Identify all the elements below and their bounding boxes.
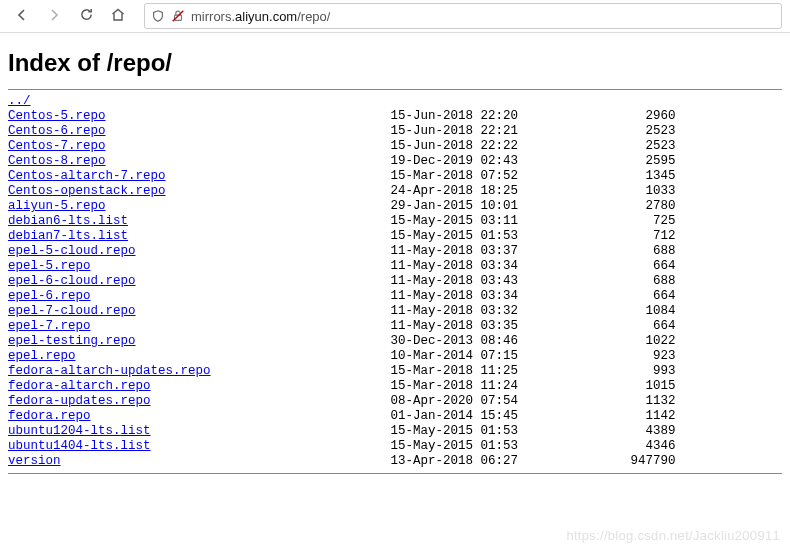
url-bar[interactable]: mirrors.aliyun.com/repo/ xyxy=(144,3,782,29)
file-link[interactable]: epel-testing.repo xyxy=(8,334,136,348)
file-meta: 11-May-2018 03:34 664 xyxy=(91,259,676,273)
file-meta: 24-Apr-2018 18:25 1033 xyxy=(166,184,676,198)
file-link[interactable]: version xyxy=(8,454,61,468)
file-link[interactable]: epel-7-cloud.repo xyxy=(8,304,136,318)
parent-dir-link[interactable]: ../ xyxy=(8,94,31,108)
reload-button[interactable] xyxy=(72,2,100,30)
home-icon xyxy=(110,7,126,26)
file-meta: 15-Jun-2018 22:22 2523 xyxy=(106,139,676,153)
divider-bottom xyxy=(8,473,782,474)
file-meta: 19-Dec-2019 02:43 2595 xyxy=(106,154,676,168)
forward-arrow-icon xyxy=(46,7,62,26)
lock-insecure-icon xyxy=(171,9,185,23)
file-link[interactable]: debian6-lts.list xyxy=(8,214,128,228)
file-link[interactable]: ubuntu1404-lts.list xyxy=(8,439,151,453)
file-link[interactable]: Centos-5.repo xyxy=(8,109,106,123)
file-link[interactable]: fedora-altarch.repo xyxy=(8,379,151,393)
file-meta: 11-May-2018 03:43 688 xyxy=(136,274,676,288)
back-arrow-icon xyxy=(14,7,30,26)
file-link[interactable]: Centos-6.repo xyxy=(8,124,106,138)
file-meta: 10-Mar-2014 07:15 923 xyxy=(76,349,676,363)
file-link[interactable]: fedora.repo xyxy=(8,409,91,423)
file-meta: 15-Jun-2018 22:21 2523 xyxy=(106,124,676,138)
file-link[interactable]: Centos-openstack.repo xyxy=(8,184,166,198)
file-link[interactable]: Centos-7.repo xyxy=(8,139,106,153)
file-link[interactable]: ubuntu1204-lts.list xyxy=(8,424,151,438)
file-meta: 13-Apr-2018 06:27 947790 xyxy=(61,454,676,468)
forward-button[interactable] xyxy=(40,2,68,30)
file-meta: 15-May-2015 01:53 4389 xyxy=(151,424,676,438)
file-link[interactable]: Centos-8.repo xyxy=(8,154,106,168)
file-link[interactable]: aliyun-5.repo xyxy=(8,199,106,213)
file-link[interactable]: epel-7.repo xyxy=(8,319,91,333)
file-link[interactable]: epel-5-cloud.repo xyxy=(8,244,136,258)
file-link[interactable]: Centos-altarch-7.repo xyxy=(8,169,166,183)
file-meta: 15-Mar-2018 11:24 1015 xyxy=(151,379,676,393)
file-meta: 29-Jan-2015 10:01 2780 xyxy=(106,199,676,213)
file-link[interactable]: debian7-lts.list xyxy=(8,229,128,243)
file-meta: 15-Mar-2018 11:25 993 xyxy=(211,364,676,378)
home-button[interactable] xyxy=(104,2,132,30)
file-meta: 01-Jan-2014 15:45 1142 xyxy=(91,409,676,423)
page-title: Index of /repo/ xyxy=(8,49,782,77)
file-link[interactable]: fedora-altarch-updates.repo xyxy=(8,364,211,378)
file-meta: 11-May-2018 03:35 664 xyxy=(91,319,676,333)
file-meta: 11-May-2018 03:32 1084 xyxy=(136,304,676,318)
file-link[interactable]: epel.repo xyxy=(8,349,76,363)
divider-top xyxy=(8,89,782,90)
directory-listing: ../ Centos-5.repo 15-Jun-2018 22:20 2960… xyxy=(8,94,782,469)
file-meta: 15-May-2015 01:53 712 xyxy=(128,229,676,243)
file-meta: 30-Dec-2013 08:46 1022 xyxy=(136,334,676,348)
browser-toolbar: mirrors.aliyun.com/repo/ xyxy=(0,0,790,33)
file-meta: 15-Jun-2018 22:20 2960 xyxy=(106,109,676,123)
file-link[interactable]: epel-6.repo xyxy=(8,289,91,303)
file-meta: 08-Apr-2020 07:54 1132 xyxy=(151,394,676,408)
file-meta: 11-May-2018 03:37 688 xyxy=(136,244,676,258)
page-content: Index of /repo/ ../ Centos-5.repo 15-Jun… xyxy=(0,33,790,488)
shield-icon xyxy=(151,9,165,23)
file-link[interactable]: epel-5.repo xyxy=(8,259,91,273)
url-text: mirrors.aliyun.com/repo/ xyxy=(191,9,330,24)
file-link[interactable]: fedora-updates.repo xyxy=(8,394,151,408)
file-meta: 15-Mar-2018 07:52 1345 xyxy=(166,169,676,183)
file-meta: 11-May-2018 03:34 664 xyxy=(91,289,676,303)
back-button[interactable] xyxy=(8,2,36,30)
file-meta: 15-May-2015 01:53 4346 xyxy=(151,439,676,453)
file-link[interactable]: epel-6-cloud.repo xyxy=(8,274,136,288)
watermark: https://blog.csdn.net/Jackliu200911 xyxy=(566,528,780,543)
file-meta: 15-May-2015 03:11 725 xyxy=(128,214,676,228)
reload-icon xyxy=(79,7,94,25)
